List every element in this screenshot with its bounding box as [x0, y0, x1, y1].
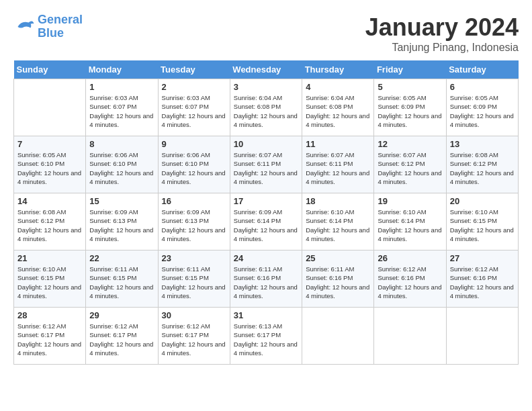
daylight-text: Daylight: 12 hours and 4 minutes.	[234, 340, 298, 357]
day-number: 6	[450, 82, 515, 92]
day-number: 4	[306, 82, 370, 92]
day-info: Sunrise: 6:03 AM Sunset: 6:07 PM Dayligh…	[162, 93, 226, 129]
sunrise-text: Sunrise: 6:05 AM	[17, 151, 66, 158]
sunset-text: Sunset: 6:10 PM	[89, 160, 136, 167]
day-number: 26	[378, 253, 442, 263]
day-info: Sunrise: 6:04 AM Sunset: 6:08 PM Dayligh…	[306, 93, 370, 129]
sunset-text: Sunset: 6:12 PM	[378, 160, 425, 167]
calendar-cell: 5 Sunrise: 6:05 AM Sunset: 6:09 PM Dayli…	[374, 79, 446, 136]
day-number: 14	[17, 196, 82, 206]
sunset-text: Sunset: 6:17 PM	[89, 331, 136, 338]
sunrise-text: Sunrise: 6:12 AM	[162, 322, 210, 330]
sunrise-text: Sunrise: 6:10 AM	[378, 208, 426, 216]
sunset-text: Sunset: 6:07 PM	[89, 103, 136, 110]
calendar-cell: 14 Sunrise: 6:08 AM Sunset: 6:12 PM Dayl…	[14, 193, 86, 250]
calendar-cell: 17 Sunrise: 6:09 AM Sunset: 6:14 PM Dayl…	[230, 193, 302, 250]
day-number: 8	[89, 139, 154, 149]
sunset-text: Sunset: 6:15 PM	[17, 274, 64, 281]
sunset-text: Sunset: 6:17 PM	[17, 331, 64, 338]
calendar-table: SundayMondayTuesdayWednesdayThursdayFrid…	[13, 60, 519, 365]
calendar-header-row: SundayMondayTuesdayWednesdayThursdayFrid…	[14, 60, 519, 79]
daylight-text: Daylight: 12 hours and 4 minutes.	[89, 226, 153, 242]
day-info: Sunrise: 6:11 AM Sunset: 6:16 PM Dayligh…	[234, 265, 298, 300]
calendar-cell: 12 Sunrise: 6:07 AM Sunset: 6:12 PM Dayl…	[374, 136, 446, 193]
day-number: 10	[234, 139, 298, 149]
day-number: 20	[450, 196, 515, 206]
calendar-cell: 18 Sunrise: 6:10 AM Sunset: 6:14 PM Dayl…	[302, 193, 374, 250]
sunrise-text: Sunrise: 6:12 AM	[450, 265, 498, 273]
day-info: Sunrise: 6:12 AM Sunset: 6:17 PM Dayligh…	[17, 322, 82, 357]
calendar-cell: 7 Sunrise: 6:05 AM Sunset: 6:10 PM Dayli…	[14, 136, 86, 193]
day-number: 12	[378, 139, 442, 149]
sunset-text: Sunset: 6:12 PM	[17, 217, 64, 224]
sunset-text: Sunset: 6:12 PM	[450, 160, 497, 167]
header-friday: Friday	[374, 60, 446, 79]
location-subtitle: Tanjung Pinang, Indonesia	[365, 42, 519, 54]
daylight-text: Daylight: 12 hours and 4 minutes.	[162, 340, 226, 357]
calendar-cell: 8 Sunrise: 6:06 AM Sunset: 6:10 PM Dayli…	[86, 136, 158, 193]
daylight-text: Daylight: 12 hours and 4 minutes.	[306, 226, 369, 242]
day-number: 7	[17, 139, 82, 149]
day-number: 5	[378, 82, 442, 92]
daylight-text: Daylight: 12 hours and 4 minutes.	[306, 169, 369, 185]
day-info: Sunrise: 6:04 AM Sunset: 6:08 PM Dayligh…	[234, 93, 298, 129]
sunset-text: Sunset: 6:13 PM	[89, 217, 136, 224]
day-info: Sunrise: 6:11 AM Sunset: 6:15 PM Dayligh…	[162, 265, 226, 300]
calendar-cell: 31 Sunrise: 6:13 AM Sunset: 6:17 PM Dayl…	[230, 308, 302, 365]
calendar-cell: 24 Sunrise: 6:11 AM Sunset: 6:16 PM Dayl…	[230, 250, 302, 308]
day-number: 11	[306, 139, 370, 149]
sunset-text: Sunset: 6:10 PM	[17, 160, 64, 167]
day-number: 23	[162, 253, 226, 263]
daylight-text: Daylight: 12 hours and 4 minutes.	[17, 226, 81, 242]
day-number: 3	[234, 82, 298, 92]
calendar-cell: 22 Sunrise: 6:11 AM Sunset: 6:15 PM Dayl…	[86, 250, 158, 308]
day-info: Sunrise: 6:12 AM Sunset: 6:17 PM Dayligh…	[89, 322, 154, 357]
title-block: January 2024 Tanjung Pinang, Indonesia	[365, 13, 519, 54]
sunrise-text: Sunrise: 6:11 AM	[162, 265, 210, 273]
day-info: Sunrise: 6:08 AM Sunset: 6:12 PM Dayligh…	[450, 150, 515, 186]
calendar-cell: 10 Sunrise: 6:07 AM Sunset: 6:11 PM Dayl…	[230, 136, 302, 193]
daylight-text: Daylight: 12 hours and 4 minutes.	[89, 169, 153, 185]
calendar-cell: 13 Sunrise: 6:08 AM Sunset: 6:12 PM Dayl…	[446, 136, 518, 193]
day-info: Sunrise: 6:09 AM Sunset: 6:13 PM Dayligh…	[162, 208, 226, 243]
day-info: Sunrise: 6:12 AM Sunset: 6:16 PM Dayligh…	[378, 265, 442, 300]
sunrise-text: Sunrise: 6:10 AM	[450, 208, 498, 216]
header-tuesday: Tuesday	[158, 60, 230, 79]
calendar-cell: 20 Sunrise: 6:10 AM Sunset: 6:15 PM Dayl…	[446, 193, 518, 250]
daylight-text: Daylight: 12 hours and 4 minutes.	[17, 283, 81, 300]
daylight-text: Daylight: 12 hours and 4 minutes.	[89, 283, 153, 300]
logo: General Blue	[13, 13, 83, 40]
day-number: 28	[17, 310, 82, 320]
sunset-text: Sunset: 6:16 PM	[306, 274, 353, 281]
header-thursday: Thursday	[302, 60, 374, 79]
calendar-cell: 27 Sunrise: 6:12 AM Sunset: 6:16 PM Dayl…	[446, 250, 518, 308]
calendar-cell: 1 Sunrise: 6:03 AM Sunset: 6:07 PM Dayli…	[86, 79, 158, 136]
daylight-text: Daylight: 12 hours and 4 minutes.	[234, 283, 298, 300]
sunrise-text: Sunrise: 6:04 AM	[306, 94, 354, 101]
header-saturday: Saturday	[446, 60, 518, 79]
day-number: 21	[17, 253, 82, 263]
daylight-text: Daylight: 12 hours and 4 minutes.	[450, 112, 514, 128]
day-info: Sunrise: 6:07 AM Sunset: 6:12 PM Dayligh…	[378, 150, 442, 186]
daylight-text: Daylight: 12 hours and 4 minutes.	[378, 226, 441, 242]
sunrise-text: Sunrise: 6:04 AM	[234, 94, 282, 101]
sunset-text: Sunset: 6:16 PM	[450, 274, 497, 281]
daylight-text: Daylight: 12 hours and 4 minutes.	[162, 112, 226, 128]
sunrise-text: Sunrise: 6:05 AM	[450, 94, 498, 101]
month-year-title: January 2024	[365, 13, 519, 42]
sunrise-text: Sunrise: 6:06 AM	[89, 151, 138, 158]
daylight-text: Daylight: 12 hours and 4 minutes.	[378, 169, 441, 185]
day-info: Sunrise: 6:07 AM Sunset: 6:11 PM Dayligh…	[306, 150, 370, 186]
daylight-text: Daylight: 12 hours and 4 minutes.	[306, 112, 369, 128]
sunset-text: Sunset: 6:11 PM	[234, 160, 281, 167]
day-number: 29	[89, 310, 154, 320]
daylight-text: Daylight: 12 hours and 4 minutes.	[450, 283, 514, 300]
day-number: 24	[234, 253, 298, 263]
sunrise-text: Sunrise: 6:09 AM	[234, 208, 282, 216]
page-header: General Blue January 2024 Tanjung Pinang…	[13, 13, 519, 54]
sunset-text: Sunset: 6:14 PM	[306, 217, 353, 224]
sunrise-text: Sunrise: 6:07 AM	[306, 151, 354, 158]
sunset-text: Sunset: 6:17 PM	[234, 331, 281, 338]
sunset-text: Sunset: 6:13 PM	[162, 217, 209, 224]
daylight-text: Daylight: 12 hours and 4 minutes.	[17, 169, 81, 185]
